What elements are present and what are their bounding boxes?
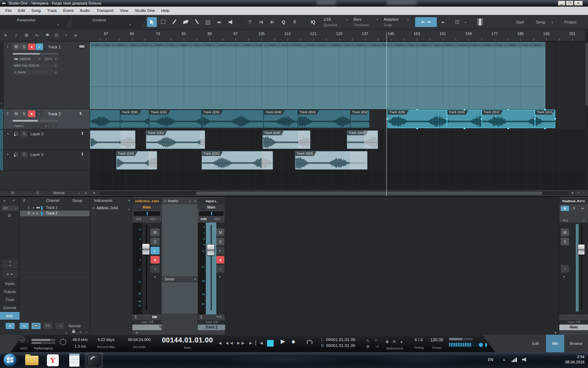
solo-button[interactable]: S bbox=[150, 238, 160, 245]
gain-knob-icon[interactable]: ◔ bbox=[216, 265, 224, 273]
grid-tracks-icon[interactable] bbox=[55, 33, 58, 38]
metronome-setup-icon[interactable]: ⚙ bbox=[393, 338, 396, 345]
menu-item-studio-one[interactable]: Studio One bbox=[132, 7, 158, 15]
sidebar-item-trash[interactable]: Trash bbox=[0, 296, 20, 304]
tempo-display[interactable]: 130.00 bbox=[428, 338, 446, 342]
volume-readout[interactable]: -0.1 bbox=[562, 218, 568, 222]
automation-mode-select[interactable]: Normal bbox=[53, 191, 64, 195]
zoom-in-icon[interactable]: + bbox=[578, 191, 580, 195]
clip-selection-handle[interactable] bbox=[554, 118, 556, 120]
input-select[interactable]: Input L▼ bbox=[13, 123, 48, 129]
remote-label[interactable]: Remote bbox=[69, 324, 81, 328]
output-select[interactable]: ⋔None▼ bbox=[13, 69, 58, 75]
collapse-icon[interactable]: ◄ bbox=[153, 275, 156, 278]
add-send-icon[interactable]: + bbox=[194, 276, 196, 282]
audio-clip[interactable]: Track 2(53) bbox=[298, 110, 350, 128]
quantize-start-button[interactable]: ⇉ bbox=[256, 17, 266, 27]
browse-page-button[interactable]: Browse bbox=[566, 335, 587, 352]
loop-button[interactable] bbox=[307, 340, 313, 345]
punch-in-icon[interactable]: ⊦ bbox=[375, 337, 377, 344]
metronome-level-meter[interactable] bbox=[449, 343, 478, 347]
browser-shortcut[interactable]: Y bbox=[47, 354, 59, 366]
time-signature-display[interactable]: 4 / 4 bbox=[410, 338, 427, 342]
automation-mode[interactable]: Auto: Off bbox=[559, 320, 588, 325]
next-marker-button[interactable]: ► bbox=[248, 340, 253, 347]
menu-item-song[interactable]: Song bbox=[28, 7, 44, 15]
network-icon[interactable] bbox=[512, 357, 517, 362]
pre-post-button[interactable]: ⬆ bbox=[570, 206, 578, 211]
menu-item-event[interactable]: Event bbox=[60, 7, 77, 15]
sidebar-item-outputs[interactable]: Outputs bbox=[0, 288, 20, 296]
timer-icon[interactable]: ◔ bbox=[64, 33, 67, 38]
forward-button[interactable]: ►► bbox=[236, 340, 245, 347]
seconds-label[interactable]: Seconds bbox=[122, 345, 157, 349]
arrange-hscrollbar[interactable] bbox=[100, 191, 569, 195]
strip-title[interactable]: Input L bbox=[198, 198, 225, 204]
solo-button[interactable]: S bbox=[216, 238, 224, 245]
hscroll-thumb[interactable] bbox=[196, 192, 542, 195]
audio-clip[interactable]: Track 2(53) bbox=[482, 110, 535, 128]
wrench-icon[interactable]: ⚙ bbox=[366, 343, 370, 350]
channel-select[interactable]: CH 1▼ bbox=[43, 56, 58, 62]
start-button[interactable] bbox=[4, 354, 16, 367]
expand-icon[interactable]: ► bbox=[219, 275, 222, 278]
stop-button[interactable] bbox=[267, 340, 274, 347]
audio-channels-button[interactable]: ∿ bbox=[20, 323, 29, 329]
metronome-label[interactable]: Metronome bbox=[382, 346, 408, 350]
split-tool-button[interactable] bbox=[169, 17, 179, 27]
playhead[interactable] bbox=[386, 32, 387, 196]
duplicate-layer-icon[interactable] bbox=[15, 132, 18, 135]
track-name[interactable]: Track 1 bbox=[48, 45, 61, 49]
menu-item-track[interactable]: Track bbox=[44, 7, 60, 15]
sends-area[interactable] bbox=[162, 282, 198, 314]
detach-mixer-icon[interactable]: ↗ bbox=[12, 198, 15, 203]
snap-toggle-group[interactable]: ⇤ ⇥ bbox=[415, 17, 437, 27]
track-list-icon[interactable]: ≡ bbox=[4, 33, 7, 38]
folder-shortcut[interactable] bbox=[25, 356, 38, 365]
timebase-select[interactable]: Bars ▼ Timebase bbox=[352, 16, 381, 29]
channel-label[interactable]: Track 2 bbox=[198, 325, 225, 330]
vscroll-thumb[interactable] bbox=[586, 43, 588, 106]
rewind-button[interactable]: ◄◄ bbox=[225, 340, 234, 347]
automation-expand-icon[interactable]: ∿ bbox=[0, 102, 3, 105]
metronome-toggle-half[interactable] bbox=[483, 343, 487, 347]
record-button[interactable]: ● bbox=[291, 338, 295, 345]
sends-header[interactable]: Sends + bbox=[162, 276, 198, 282]
duplicate-layer-icon[interactable] bbox=[15, 153, 18, 156]
midi-device-select[interactable]: MIDI Key ION 49▼ bbox=[13, 63, 58, 68]
clip-selection-handle[interactable] bbox=[446, 118, 448, 120]
mute-tool-button[interactable]: M bbox=[203, 17, 213, 27]
menu-item-file[interactable]: File bbox=[2, 7, 15, 15]
audio-clip[interactable]: Track 2(54) bbox=[350, 110, 370, 128]
bus-channels-button[interactable]: ⊣ bbox=[55, 323, 64, 329]
clip-selection-handle[interactable] bbox=[463, 109, 465, 111]
video-button[interactable] bbox=[475, 17, 485, 27]
clip-selection-handle[interactable] bbox=[416, 109, 418, 111]
monitor-button[interactable]: ◐ bbox=[150, 247, 160, 254]
instrument-channels-button[interactable] bbox=[31, 323, 41, 329]
fader-knob[interactable] bbox=[207, 244, 215, 255]
arrow-tool-button[interactable] bbox=[147, 17, 157, 27]
strip-title[interactable]: ReaRout..R1+2 bbox=[559, 198, 588, 204]
bank-scroll-buttons[interactable]: ▲▼ bbox=[2, 259, 18, 268]
automation-mode[interactable]: Auto: Off bbox=[198, 320, 225, 325]
track-name[interactable]: Track 2 bbox=[48, 112, 61, 116]
list-icon[interactable]: ≡ bbox=[85, 191, 87, 195]
add-channel-icon[interactable]: + bbox=[79, 330, 82, 335]
clip-selection-handle[interactable] bbox=[481, 118, 483, 120]
layer3-header[interactable]: × S Layer 3 ⬆ bbox=[0, 150, 90, 171]
global-mute-indicator[interactable]: M bbox=[11, 191, 14, 195]
mute-button[interactable]: M bbox=[150, 229, 160, 236]
song-dropdown-icon[interactable]: ▼ bbox=[551, 21, 554, 24]
automation-mode[interactable]: Auto: Off bbox=[132, 320, 162, 325]
layer-name[interactable]: Layer 2 bbox=[30, 132, 43, 136]
clip-selection-handle[interactable] bbox=[416, 127, 418, 129]
scroll-right-icon[interactable]: ► bbox=[571, 191, 574, 195]
strip-title[interactable]: Addictive..2x64 bbox=[132, 198, 161, 204]
gain-knob-icon[interactable]: ◔ bbox=[150, 265, 160, 273]
sidebar-item-external[interactable]: External bbox=[0, 304, 20, 312]
pan-control[interactable] bbox=[199, 211, 224, 216]
volume-readout[interactable]: 0dB bbox=[201, 217, 207, 221]
start-page-button[interactable]: Start bbox=[510, 17, 530, 27]
chevron-down-icon[interactable]: ▼ bbox=[189, 198, 191, 205]
